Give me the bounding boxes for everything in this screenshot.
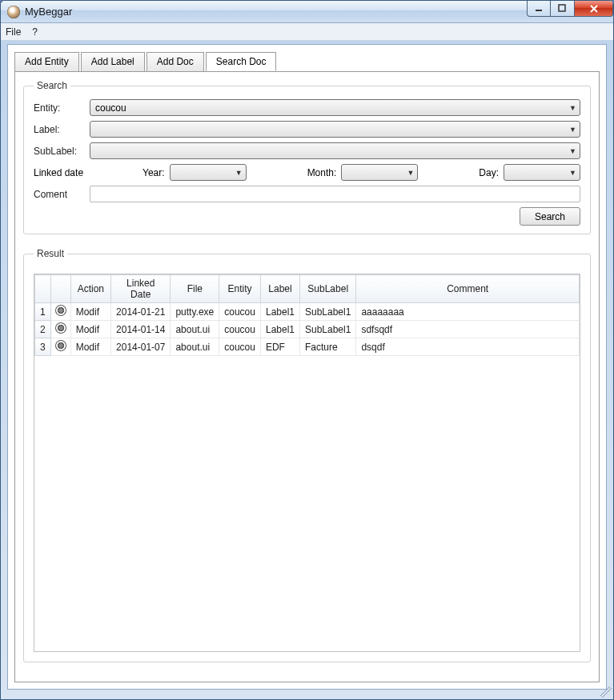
menubar: File ? [1, 23, 613, 41]
header-action[interactable]: Action [70, 275, 110, 303]
cell-sublabel: Facture [300, 338, 356, 356]
cell-comment: dsqdf [356, 338, 580, 356]
result-table: Action Linked Date File Entity Label Sub… [34, 274, 580, 356]
tab-body-search-doc: Search Entity: coucou ▼ Label: ▼ [14, 71, 600, 682]
maximize-button[interactable] [551, 1, 575, 17]
header-corner[interactable] [35, 275, 51, 303]
cell-sublabel: SubLabel1 [300, 321, 356, 338]
day-label: Day: [479, 167, 499, 178]
sublabel-combo[interactable]: ▼ [90, 142, 580, 159]
header-file[interactable]: File [171, 275, 219, 303]
header-comment[interactable]: Comment [356, 275, 580, 303]
header-gear[interactable] [50, 275, 70, 303]
cell-linked-date: 2014-01-07 [111, 338, 171, 356]
tab-add-doc[interactable]: Add Doc [146, 52, 204, 71]
window-controls [527, 1, 613, 17]
minimize-icon [535, 4, 544, 13]
gear-icon [56, 306, 66, 315]
minimize-button[interactable] [527, 1, 551, 17]
header-sublabel[interactable]: SubLabel [300, 275, 356, 303]
linked-date-label: Linked date [34, 167, 114, 178]
header-linked-date[interactable]: Linked Date [111, 275, 171, 303]
label-combo[interactable]: ▼ [90, 121, 580, 138]
row-gear-cell[interactable] [50, 321, 70, 338]
chevron-down-icon: ▼ [569, 169, 576, 177]
window-title: MyBeggar [25, 6, 72, 18]
table-row[interactable]: 2Modif2014-01-14about.uicoucouLabel1SubL… [35, 321, 580, 338]
month-combo[interactable]: ▼ [341, 164, 418, 181]
table-row[interactable]: 1Modif2014-01-21putty.execoucouLabel1Sub… [35, 303, 580, 321]
tab-search-doc[interactable]: Search Doc [206, 52, 277, 71]
tab-strip: Add Entity Add Label Add Doc Search Doc [8, 45, 606, 70]
close-icon [589, 4, 599, 14]
year-label: Year: [142, 167, 165, 178]
search-legend: Search [34, 80, 70, 91]
month-label: Month: [307, 167, 337, 178]
header-entity[interactable]: Entity [219, 275, 261, 303]
cell-file: putty.exe [171, 303, 219, 321]
search-group: Search Entity: coucou ▼ Label: ▼ [23, 80, 591, 234]
svg-rect-0 [536, 10, 542, 11]
cell-action: Modif [70, 338, 110, 356]
result-header-row: Action Linked Date File Entity Label Sub… [35, 275, 580, 303]
entity-label: Entity: [34, 102, 90, 114]
cell-action: Modif [70, 303, 110, 321]
day-combo[interactable]: ▼ [504, 164, 580, 181]
cell-linked-date: 2014-01-14 [111, 321, 171, 338]
close-button[interactable] [575, 1, 613, 17]
chevron-down-icon: ▼ [569, 126, 576, 134]
cell-file: about.ui [171, 321, 219, 338]
chevron-down-icon: ▼ [407, 169, 414, 177]
row-gear-cell[interactable] [50, 338, 70, 356]
chevron-down-icon: ▼ [569, 147, 576, 155]
tab-add-entity[interactable]: Add Entity [14, 52, 79, 71]
app-icon [7, 6, 20, 18]
cell-label: Label1 [260, 303, 299, 321]
table-row[interactable]: 3Modif2014-01-07about.uicoucouEDFFacture… [35, 338, 580, 356]
result-table-wrap: Action Linked Date File Entity Label Sub… [34, 274, 580, 652]
chevron-down-icon: ▼ [235, 169, 243, 177]
coment-label: Coment [34, 189, 90, 200]
search-button[interactable]: Search [520, 207, 580, 226]
cell-entity: coucou [219, 321, 261, 338]
result-legend: Result [34, 248, 67, 259]
coment-input[interactable] [90, 186, 580, 202]
tab-add-label[interactable]: Add Label [81, 52, 145, 71]
resize-grip[interactable] [600, 686, 612, 698]
cell-entity: coucou [219, 303, 261, 321]
cell-label: Label1 [260, 321, 299, 338]
gear-icon [56, 341, 66, 350]
row-number: 3 [35, 338, 51, 356]
row-number: 1 [35, 303, 51, 321]
titlebar[interactable]: MyBeggar [1, 1, 613, 23]
cell-comment: aaaaaaaa [356, 303, 580, 321]
cell-sublabel: SubLabel1 [300, 303, 356, 321]
entity-combo-value: coucou [95, 102, 126, 114]
cell-comment: sdfsqdf [356, 321, 580, 338]
client-area: Add Entity Add Label Add Doc Search Doc … [7, 44, 607, 690]
cell-label: EDF [260, 338, 299, 356]
menu-help[interactable]: ? [32, 26, 38, 38]
svg-rect-1 [559, 5, 565, 11]
header-label[interactable]: Label [260, 275, 299, 303]
cell-action: Modif [70, 321, 110, 338]
label-label: Label: [34, 124, 90, 135]
entity-combo[interactable]: coucou ▼ [90, 99, 580, 116]
year-combo[interactable]: ▼ [170, 164, 247, 181]
row-number: 2 [35, 321, 51, 338]
chevron-down-icon: ▼ [569, 104, 576, 112]
row-gear-cell[interactable] [50, 303, 70, 321]
cell-file: about.ui [171, 338, 219, 356]
cell-entity: coucou [219, 338, 261, 356]
result-group: Result Action Linked Date File Entity [23, 248, 591, 662]
app-window: MyBeggar File ? Add Entity Add Label Add… [0, 0, 614, 700]
cell-linked-date: 2014-01-21 [111, 303, 171, 321]
menu-file[interactable]: File [6, 26, 21, 38]
sublabel-label: SubLabel: [34, 146, 90, 157]
maximize-icon [558, 4, 567, 13]
gear-icon [56, 323, 66, 333]
